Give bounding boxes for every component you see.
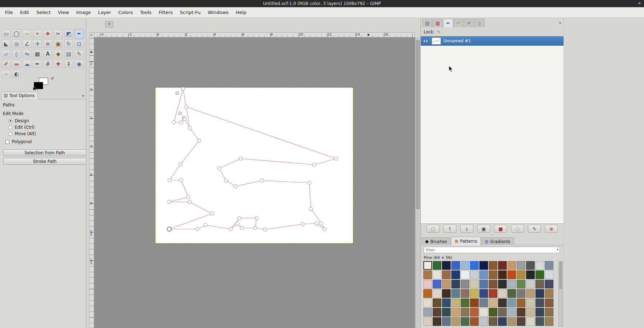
pattern-swatch[interactable] — [423, 299, 432, 307]
blend-tool-button[interactable]: ▤ — [64, 49, 73, 59]
crop-tool-button[interactable]: ▣ — [54, 39, 63, 49]
pattern-swatch[interactable] — [545, 317, 553, 326]
menu-view[interactable]: View — [54, 7, 73, 18]
pattern-swatch[interactable] — [442, 270, 451, 279]
pattern-swatch[interactable] — [423, 261, 432, 270]
pattern-swatch[interactable] — [517, 270, 525, 279]
rectangle-select-tool-button[interactable]: ▭ — [1, 29, 11, 38]
clone-tool-button[interactable]: # — [43, 59, 52, 69]
pattern-swatch[interactable] — [423, 280, 432, 288]
pattern-swatch[interactable] — [545, 289, 553, 298]
undo-history-tab[interactable]: ↶ — [454, 19, 464, 27]
pattern-swatch[interactable] — [423, 308, 432, 316]
pattern-swatch[interactable] — [498, 299, 507, 307]
pattern-swatch[interactable] — [545, 270, 553, 279]
stroke-path-options-button[interactable]: Stroke Path — [3, 158, 86, 165]
pattern-swatch[interactable] — [470, 299, 479, 307]
pattern-swatch[interactable] — [498, 317, 507, 326]
pattern-swatch[interactable] — [470, 308, 479, 316]
pattern-swatch[interactable] — [461, 289, 469, 298]
pattern-swatch[interactable] — [470, 261, 479, 270]
pattern-swatch[interactable] — [498, 289, 507, 298]
pattern-swatch[interactable] — [442, 317, 451, 326]
pattern-swatch[interactable] — [442, 280, 451, 288]
foreground-select-tool-button[interactable]: ◩ — [64, 29, 73, 38]
pattern-swatch[interactable] — [517, 308, 525, 316]
edit-mode-option-design[interactable]: Design — [3, 118, 83, 124]
menu-tools[interactable]: Tools — [137, 7, 155, 18]
lock-strokes-icon[interactable]: ✎ — [437, 29, 441, 35]
pattern-swatch[interactable] — [433, 261, 441, 270]
pattern-swatch[interactable] — [498, 261, 507, 270]
channels-tab[interactable]: ▦ — [433, 19, 443, 27]
pattern-swatch[interactable] — [433, 289, 441, 298]
canvas-vertical-scrollbar[interactable] — [415, 37, 420, 328]
pattern-swatch[interactable] — [489, 289, 497, 298]
pattern-swatch[interactable] — [535, 261, 544, 270]
smudge-tool-button[interactable]: ∼ — [1, 69, 11, 79]
pattern-swatch[interactable] — [545, 299, 553, 307]
polygonal-checkbox[interactable] — [5, 140, 9, 144]
pattern-swatch[interactable] — [470, 270, 479, 279]
fuzzy-select-tool-button[interactable]: ✦ — [33, 29, 42, 38]
edit-mode-option-movealt[interactable]: Move (Alt) — [3, 131, 83, 137]
pattern-swatch[interactable] — [535, 299, 544, 307]
selection-to-path-button[interactable]: ◌ — [511, 225, 524, 233]
bucket-fill-tool-button[interactable]: ◆ — [54, 49, 63, 59]
pattern-swatch[interactable] — [526, 289, 535, 298]
pattern-swatch[interactable] — [442, 261, 451, 270]
new-path-button[interactable]: ▢ — [427, 225, 440, 233]
pattern-swatch[interactable] — [461, 261, 469, 270]
pattern-swatch[interactable] — [423, 317, 432, 326]
tool-presets-tab[interactable]: ✐ — [464, 19, 474, 27]
pattern-swatch[interactable] — [461, 270, 469, 279]
pattern-swatch[interactable] — [517, 280, 525, 288]
tool-options-tab[interactable]: Tool Options — [1, 92, 38, 99]
stroke-path-button[interactable]: ✎ — [528, 225, 541, 233]
select-by-color-tool-button[interactable]: ❖ — [43, 29, 52, 38]
pattern-swatch[interactable] — [442, 289, 451, 298]
pattern-swatch[interactable] — [545, 308, 553, 316]
scrollbar-thumb[interactable] — [416, 40, 420, 209]
perspective-clone-tool-button[interactable]: ‡ — [64, 59, 73, 69]
pattern-swatch[interactable] — [507, 299, 516, 307]
pattern-swatch[interactable] — [461, 317, 469, 326]
pattern-swatch[interactable] — [517, 261, 525, 270]
patterns-scrollbar[interactable] — [558, 261, 563, 327]
heal-tool-button[interactable]: ✚ — [54, 59, 63, 69]
path-to-selection-button[interactable]: ■ — [494, 225, 507, 233]
pattern-swatch[interactable] — [461, 280, 469, 288]
patterns-scrollbar-thumb[interactable] — [559, 262, 562, 289]
pattern-swatch[interactable] — [470, 317, 479, 326]
pattern-swatch[interactable] — [535, 270, 544, 279]
airbrush-tool-button[interactable]: ☁ — [22, 59, 32, 69]
dock-splitter-handle[interactable]: ··· — [421, 234, 564, 237]
pattern-swatch[interactable] — [507, 280, 516, 288]
pattern-swatch[interactable] — [442, 308, 451, 316]
paintbrush-tool-button[interactable]: ✐ — [1, 59, 11, 69]
pattern-swatch[interactable] — [526, 299, 535, 307]
edit-mode-option-editctrl[interactable]: Edit (Ctrl) — [3, 124, 83, 131]
menu-windows[interactable]: Windows — [204, 7, 232, 18]
pattern-swatch[interactable] — [507, 261, 516, 270]
pattern-swatch[interactable] — [461, 299, 469, 307]
pattern-swatch[interactable] — [423, 289, 432, 298]
menu-colors[interactable]: Colors — [115, 7, 137, 18]
pattern-swatch[interactable] — [451, 317, 460, 326]
lower-path-button[interactable]: ↓ — [460, 225, 473, 233]
pattern-swatch[interactable] — [451, 289, 460, 298]
move-tool-button[interactable]: ✛ — [33, 39, 42, 49]
menu-help[interactable]: Help — [232, 7, 250, 18]
pattern-swatch[interactable] — [517, 317, 525, 326]
canvas[interactable] — [155, 87, 353, 243]
pattern-swatch[interactable] — [461, 308, 469, 316]
pattern-swatch[interactable] — [470, 289, 479, 298]
pattern-swatch[interactable] — [545, 261, 553, 270]
tab-patterns[interactable]: ▦Patterns — [451, 237, 481, 245]
ruler-corner-button[interactable]: ▸ — [89, 32, 94, 37]
pattern-swatch[interactable] — [545, 280, 553, 288]
scissors-select-tool-button[interactable]: ✂ — [54, 29, 63, 38]
dodge-burn-tool-button[interactable]: ◐ — [12, 69, 21, 79]
menu-scriptfu[interactable]: Script-Fu — [176, 7, 204, 18]
pattern-swatch[interactable] — [451, 308, 460, 316]
